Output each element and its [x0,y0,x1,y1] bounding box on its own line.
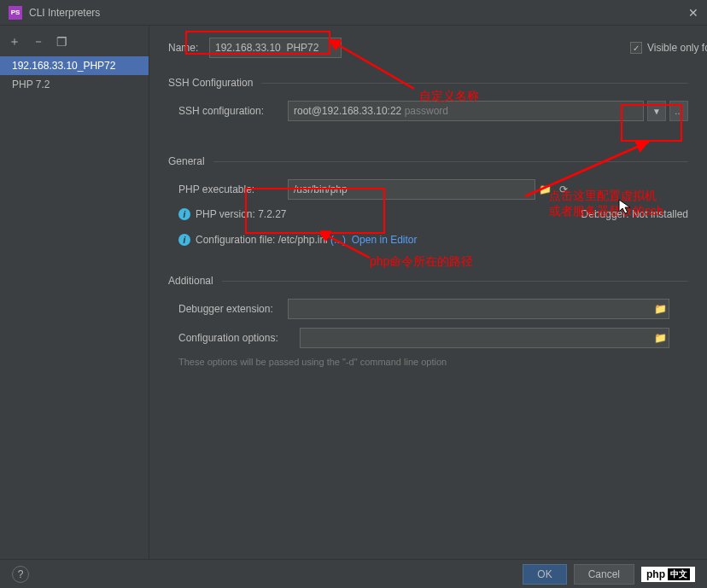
info-icon: i [178,234,190,246]
titlebar: PS CLI Interpreters ✕ [0,0,707,26]
app-icon: PS [9,6,22,20]
annotation-php-path: php命令所在的路径 [370,254,473,270]
php-badge: php中文 [641,567,695,582]
divider [261,83,688,84]
visible-checkbox[interactable]: ✓ [630,42,642,54]
name-label: Name: [168,42,209,54]
divider [213,161,688,162]
browse-icon[interactable]: 📁 [651,328,669,348]
refresh-icon[interactable]: ⟳ [554,179,573,200]
ok-button[interactable]: OK [523,564,566,585]
sidebar-item-0[interactable]: 192.168.33.10_PHP72 [0,56,149,75]
config-file-text: Configuration file: /etc/php.ini [196,234,328,246]
config-opts-input[interactable] [300,328,669,348]
help-icon[interactable]: ? [12,566,29,583]
divider [222,281,688,282]
php-exe-label: PHP executable: [178,183,288,195]
general-section-label: General [168,155,205,167]
additional-section-label: Additional [168,275,213,287]
ssh-config-input[interactable]: root@192.168.33.10:22 password [288,101,644,121]
close-icon[interactable]: ✕ [688,6,698,20]
browse-icon[interactable]: 📁 [535,179,554,200]
ssh-section-label: SSH Configuration [168,77,253,89]
debugger-text: Debugger: Not installed [581,208,688,220]
add-icon[interactable]: ＋ [9,34,20,49]
options-hint: These options will be passed using the "… [168,357,688,367]
ssh-dropdown-icon[interactable]: ▼ [647,101,666,121]
php-exe-input[interactable] [288,179,535,200]
sidebar-toolbar: ＋ － ❐ [0,31,149,56]
browse-icon[interactable]: 📁 [651,299,669,319]
debugger-ext-input[interactable] [288,299,669,319]
ssh-user-host: root@192.168.33.10:22 [294,105,401,117]
info-icon: i [178,208,190,220]
sidebar: ＋ － ❐ 192.168.33.10_PHP72 PHP 7.2 [0,26,149,559]
php-version-text: PHP version: 7.2.27 [196,208,287,220]
sidebar-item-1[interactable]: PHP 7.2 [0,75,149,94]
visible-label: Visible only for this project [647,42,688,54]
name-input[interactable] [209,38,342,58]
copy-icon[interactable]: ❐ [56,35,67,49]
cancel-button[interactable]: Cancel [574,564,634,585]
open-editor-link[interactable]: Open in Editor [352,234,418,246]
config-opts-label: Configuration options: [178,332,300,344]
remove-icon[interactable]: － [32,34,44,49]
window-title: CLI Interpreters [29,7,688,19]
footer: ? OK Cancel php中文 [0,559,707,588]
main-panel: Name: ✓ Visible only for this project SS… [149,26,707,559]
debugger-ext-label: Debugger extension: [178,303,288,315]
ssh-config-label: SSH configuration: [178,105,288,117]
ssh-more-button[interactable]: … [669,101,688,121]
ssh-auth: password [405,105,448,117]
config-dots-link[interactable]: (...) [330,234,346,246]
